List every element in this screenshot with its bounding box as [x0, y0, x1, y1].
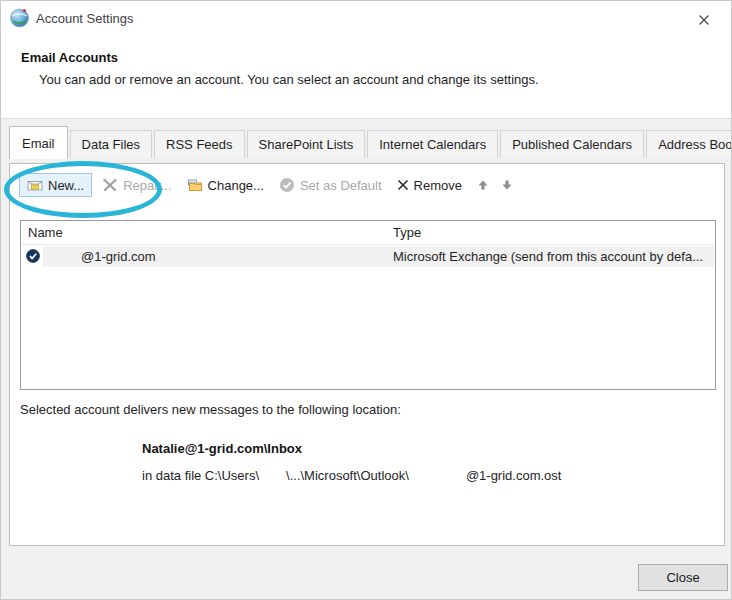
change-button-label: Change...	[208, 178, 264, 193]
account-type: Microsoft Exchange (send from this accou…	[393, 249, 715, 264]
remove-button-label: Remove	[414, 178, 462, 193]
tab-internet-calendars[interactable]: Internet Calendars	[367, 130, 498, 158]
remove-x-icon	[397, 179, 409, 191]
delivery-location-intro: Selected account delivers new messages t…	[20, 402, 401, 417]
datafile-middle: \...\Microsoft\Outlook\	[286, 468, 409, 483]
page-description: You can add or remove an account. You ca…	[39, 72, 539, 87]
tab-strip: Email Data Files RSS Feeds SharePoint Li…	[9, 126, 732, 158]
delivery-mailbox-path: Natalie@1-grid.com\Inbox	[142, 441, 302, 456]
tab-address-books[interactable]: Address Books	[646, 130, 732, 158]
set-as-default-label: Set as Default	[300, 178, 382, 193]
window-title: Account Settings	[36, 11, 134, 26]
datafile-suffix: @1-grid.com.ost	[466, 468, 562, 483]
new-mail-envelope-icon	[27, 177, 43, 193]
set-as-default-button[interactable]: Set as Default	[279, 177, 382, 193]
tab-email[interactable]: Email	[9, 126, 68, 159]
tab-published-calendars[interactable]: Published Calendars	[500, 130, 644, 158]
repair-tools-icon	[102, 177, 118, 193]
accounts-toolbar: New... Repair... Change...	[19, 172, 525, 198]
new-button-label: New...	[48, 178, 84, 193]
change-button[interactable]: Change...	[187, 177, 264, 193]
tab-rss-feeds[interactable]: RSS Feeds	[154, 130, 244, 158]
tab-sharepoint-lists[interactable]: SharePoint Lists	[247, 130, 366, 158]
column-header-name: Name	[28, 225, 63, 240]
table-row[interactable]: @1-grid.com Microsoft Exchange (send fro…	[21, 246, 715, 267]
page-title: Email Accounts	[21, 50, 118, 65]
move-down-button[interactable]	[501, 179, 513, 191]
column-header-type: Type	[393, 225, 421, 240]
close-button-label: Close	[666, 570, 699, 585]
change-account-icon	[187, 177, 203, 193]
move-down-arrow-icon	[501, 179, 513, 191]
default-account-check-icon	[26, 249, 40, 263]
repair-button-label: Repair...	[123, 178, 171, 193]
delivery-datafile-path: in data file C:\Users\\...\Microsoft\Out…	[142, 468, 561, 483]
move-up-arrow-icon	[477, 179, 489, 191]
close-icon[interactable]	[693, 9, 715, 31]
check-circle-icon	[279, 177, 295, 193]
tab-data-files[interactable]: Data Files	[70, 130, 153, 158]
account-settings-dialog: Account Settings Email Accounts You can …	[0, 0, 732, 600]
account-name: @1-grid.com	[81, 249, 156, 264]
datafile-prefix: in data file C:\Users\	[142, 468, 259, 483]
accounts-list-header: Name Type	[21, 221, 715, 245]
remove-button[interactable]: Remove	[397, 178, 462, 193]
close-button[interactable]: Close	[638, 564, 728, 591]
new-button[interactable]: New...	[19, 173, 92, 197]
move-up-button[interactable]	[477, 179, 489, 191]
repair-button[interactable]: Repair...	[102, 177, 171, 193]
outlook-account-settings-icon	[9, 7, 30, 28]
title-bar: Account Settings	[1, 1, 731, 35]
accounts-list[interactable]: Name Type @1-grid.com Microsoft Exchange…	[20, 220, 716, 390]
email-tab-panel: New... Repair... Change...	[9, 163, 725, 546]
